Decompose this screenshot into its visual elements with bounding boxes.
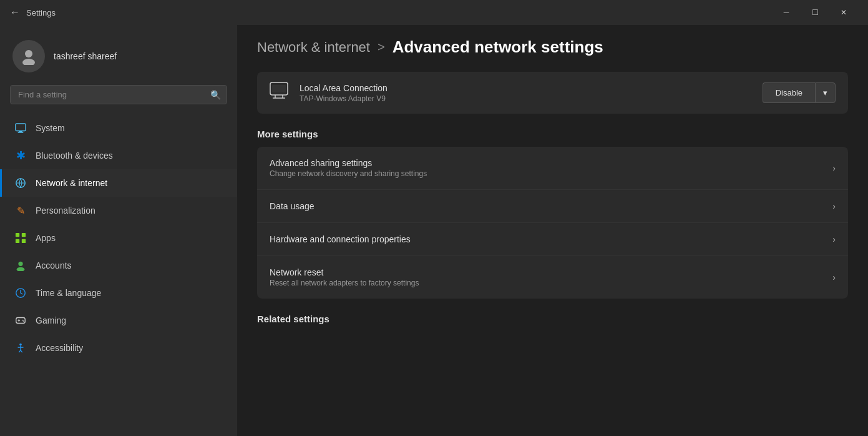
sidebar-item-accessibility-label: Accessibility [36,343,83,353]
svg-rect-14 [16,318,25,324]
settings-row-data-usage[interactable]: Data usage › [257,190,848,223]
app-body: tashreef shareef 🔍 System ✱ Bluetooth & … [0,25,868,436]
sidebar-item-time-label: Time & language [36,288,101,298]
adapter-info: Local Area Connection TAP-Windows Adapte… [300,83,753,103]
sidebar-item-accounts[interactable]: Accounts [0,252,237,279]
settings-row-advanced-sharing[interactable]: Advanced sharing settings Change network… [257,147,848,190]
settings-row-content-hardware: Hardware and connection properties [270,234,832,244]
adapter-expand-button[interactable]: ▾ [815,82,836,103]
accessibility-icon [14,342,27,354]
titlebar-left: ← Settings [10,7,56,18]
search-box: 🔍 [10,85,227,104]
svg-point-17 [22,320,23,321]
sidebar-profile: tashreef shareef [0,35,237,85]
svg-rect-7 [16,233,19,237]
sidebar-item-system-label: System [36,123,65,133]
search-icon: 🔍 [210,90,221,100]
chevron-right-icon: › [832,163,836,173]
titlebar: ← Settings ─ ☐ ✕ [0,0,868,25]
settings-row-content-reset: Network reset Reset all network adapters… [270,267,832,287]
titlebar-title: Settings [26,8,56,17]
titlebar-controls: ─ ☐ ✕ [772,0,858,25]
maximize-button[interactable]: ☐ [801,0,829,25]
sidebar-item-time[interactable]: Time & language [0,279,237,307]
settings-row-content-data: Data usage [270,201,832,211]
sidebar-item-accounts-label: Accounts [36,260,72,270]
sidebar-item-gaming-label: Gaming [36,315,66,325]
disable-button[interactable]: Disable [763,82,815,103]
sidebar-nav: System ✱ Bluetooth & devices Network & i… [0,114,237,362]
settings-row-sub-advanced-sharing: Change network discovery and sharing set… [270,169,832,178]
bluetooth-icon: ✱ [14,149,27,162]
sidebar-item-bluetooth[interactable]: ✱ Bluetooth & devices [0,142,237,169]
svg-point-18 [23,320,24,322]
personalization-icon: ✎ [14,204,27,217]
profile-name: tashreef shareef [54,51,117,61]
back-icon[interactable]: ← [10,7,20,18]
sidebar-item-apps-label: Apps [36,233,56,243]
settings-row-network-reset[interactable]: Network reset Reset all network adapters… [257,256,848,299]
sidebar-item-apps[interactable]: Apps [0,224,237,252]
breadcrumb-current: Advanced network settings [393,37,603,57]
settings-row-title-data-usage: Data usage [270,201,832,211]
accounts-icon [14,259,27,272]
sidebar: tashreef shareef 🔍 System ✱ Bluetooth & … [0,25,237,436]
adapter-name: Local Area Connection [300,83,753,93]
breadcrumb-parent[interactable]: Network & internet [257,39,370,56]
svg-rect-8 [22,233,26,237]
more-settings-title: More settings [257,129,848,139]
settings-card: Advanced sharing settings Change network… [257,147,848,299]
settings-row-hardware[interactable]: Hardware and connection properties › [257,223,848,256]
settings-row-content: Advanced sharing settings Change network… [270,158,832,178]
search-input[interactable] [10,85,227,104]
system-icon [14,122,27,134]
sidebar-item-gaming[interactable]: Gaming [0,307,237,334]
settings-row-sub-reset: Reset all network adapters to factory se… [270,279,832,287]
related-settings-title: Related settings [257,314,848,324]
sidebar-item-bluetooth-label: Bluetooth & devices [36,151,113,161]
svg-point-0 [25,50,32,57]
sidebar-item-personalization[interactable]: ✎ Personalization [0,197,237,224]
sidebar-item-system[interactable]: System [0,114,237,142]
adapter-actions: Disable ▾ [763,82,836,103]
svg-rect-28 [272,85,286,92]
settings-row-title-advanced-sharing: Advanced sharing settings [270,158,832,168]
close-button[interactable]: ✕ [829,0,858,25]
network-icon [14,177,27,189]
chevron-right-icon-data: › [832,201,836,211]
apps-icon [14,232,27,244]
svg-rect-2 [16,124,26,131]
sidebar-item-personalization-label: Personalization [36,206,95,216]
adapter-sub: TAP-Windows Adapter V9 [300,94,753,103]
breadcrumb: Network & internet > Advanced network se… [257,37,848,57]
minimize-button[interactable]: ─ [772,0,801,25]
svg-rect-9 [16,239,19,243]
svg-point-19 [19,344,22,346]
settings-row-title-hardware: Hardware and connection properties [270,234,832,244]
svg-rect-4 [18,132,24,132]
avatar [12,40,45,72]
time-icon [14,287,27,299]
sidebar-item-accessibility[interactable]: Accessibility [0,334,237,362]
svg-point-11 [18,262,22,266]
adapter-icon [270,82,290,104]
main-content: Network & internet > Advanced network se… [237,25,868,436]
sidebar-item-network-label: Network & internet [36,178,107,188]
svg-rect-3 [19,131,22,132]
sidebar-item-network[interactable]: Network & internet [0,169,237,197]
gaming-icon [14,314,27,327]
adapter-card: Local Area Connection TAP-Windows Adapte… [257,72,848,114]
breadcrumb-separator: > [378,40,385,54]
svg-point-12 [17,267,25,271]
svg-line-23 [21,350,22,353]
svg-rect-10 [22,239,26,243]
settings-row-title-reset: Network reset [270,267,832,277]
svg-point-1 [22,59,35,65]
chevron-right-icon-reset: › [832,272,836,282]
chevron-right-icon-hardware: › [832,234,836,244]
